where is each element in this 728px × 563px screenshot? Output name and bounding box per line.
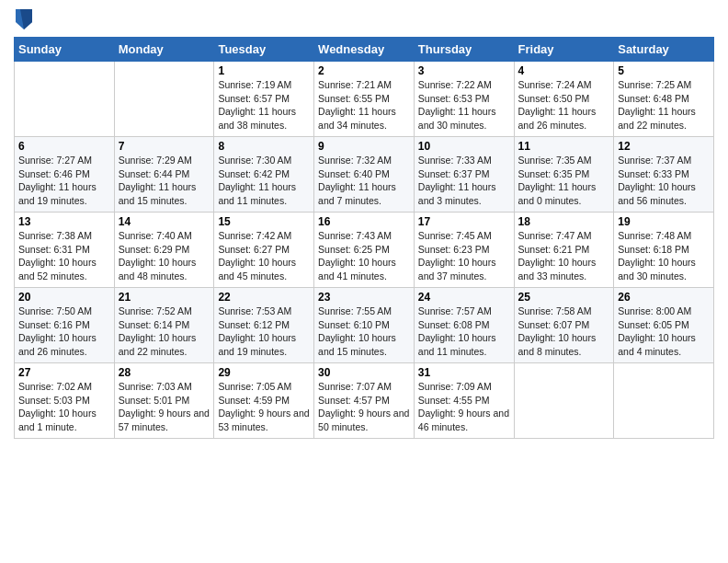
day-number: 14: [119, 215, 210, 228]
calendar-cell: 11Sunrise: 7:35 AM Sunset: 6:35 PM Dayli…: [514, 137, 614, 213]
day-number: 28: [119, 366, 210, 379]
day-number: 24: [418, 291, 510, 304]
day-info: Sunrise: 7:35 AM Sunset: 6:35 PM Dayligh…: [518, 154, 610, 208]
day-info: Sunrise: 7:42 AM Sunset: 6:27 PM Dayligh…: [218, 229, 310, 283]
day-info: Sunrise: 7:47 AM Sunset: 6:21 PM Dayligh…: [518, 229, 610, 283]
calendar-cell: [514, 363, 614, 439]
day-info: Sunrise: 7:09 AM Sunset: 4:55 PM Dayligh…: [418, 380, 510, 434]
calendar-day-header: Friday: [514, 38, 614, 62]
calendar-cell: 18Sunrise: 7:47 AM Sunset: 6:21 PM Dayli…: [514, 213, 614, 288]
day-number: 22: [218, 291, 310, 304]
day-info: Sunrise: 7:50 AM Sunset: 6:16 PM Dayligh…: [18, 304, 110, 359]
calendar-cell: 17Sunrise: 7:45 AM Sunset: 6:23 PM Dayli…: [414, 213, 514, 288]
calendar-week-row: 1Sunrise: 7:19 AM Sunset: 6:57 PM Daylig…: [15, 62, 714, 137]
day-number: 27: [18, 366, 110, 379]
day-number: 11: [518, 140, 610, 153]
day-info: Sunrise: 7:52 AM Sunset: 6:14 PM Dayligh…: [119, 304, 210, 359]
calendar-day-header: Monday: [114, 38, 214, 62]
logo: [14, 9, 32, 29]
calendar-week-row: 13Sunrise: 7:38 AM Sunset: 6:31 PM Dayli…: [15, 213, 714, 288]
page: SundayMondayTuesdayWednesdayThursdayFrid…: [0, 0, 728, 448]
calendar-day-header: Wednesday: [314, 38, 415, 62]
calendar-cell: 31Sunrise: 7:09 AM Sunset: 4:55 PM Dayli…: [414, 363, 514, 439]
calendar-cell: 25Sunrise: 7:58 AM Sunset: 6:07 PM Dayli…: [514, 288, 614, 363]
calendar-cell: [114, 62, 214, 137]
day-number: 12: [618, 140, 710, 153]
day-info: Sunrise: 7:27 AM Sunset: 6:46 PM Dayligh…: [18, 154, 110, 208]
header: [14, 9, 714, 29]
calendar-week-row: 20Sunrise: 7:50 AM Sunset: 6:16 PM Dayli…: [15, 288, 714, 363]
day-info: Sunrise: 7:55 AM Sunset: 6:10 PM Dayligh…: [318, 304, 410, 359]
day-info: Sunrise: 7:03 AM Sunset: 5:01 PM Dayligh…: [119, 380, 210, 434]
day-info: Sunrise: 7:24 AM Sunset: 6:50 PM Dayligh…: [518, 78, 610, 132]
day-number: 25: [518, 291, 610, 304]
day-number: 10: [418, 140, 510, 153]
calendar-cell: 1Sunrise: 7:19 AM Sunset: 6:57 PM Daylig…: [214, 62, 314, 137]
day-number: 9: [318, 140, 410, 153]
calendar-cell: 15Sunrise: 7:42 AM Sunset: 6:27 PM Dayli…: [214, 213, 314, 288]
day-number: 3: [418, 64, 510, 77]
calendar-week-row: 6Sunrise: 7:27 AM Sunset: 6:46 PM Daylig…: [15, 137, 714, 213]
day-info: Sunrise: 7:43 AM Sunset: 6:25 PM Dayligh…: [318, 229, 410, 283]
day-info: Sunrise: 7:38 AM Sunset: 6:31 PM Dayligh…: [18, 229, 110, 283]
calendar-cell: 26Sunrise: 8:00 AM Sunset: 6:05 PM Dayli…: [614, 288, 714, 363]
calendar-cell: 2Sunrise: 7:21 AM Sunset: 6:55 PM Daylig…: [314, 62, 415, 137]
calendar-week-row: 27Sunrise: 7:02 AM Sunset: 5:03 PM Dayli…: [15, 363, 714, 439]
day-info: Sunrise: 7:48 AM Sunset: 6:18 PM Dayligh…: [618, 229, 710, 283]
day-number: 20: [18, 291, 110, 304]
day-info: Sunrise: 7:19 AM Sunset: 6:57 PM Dayligh…: [218, 78, 310, 132]
calendar-cell: 9Sunrise: 7:32 AM Sunset: 6:40 PM Daylig…: [314, 137, 415, 213]
calendar-cell: 4Sunrise: 7:24 AM Sunset: 6:50 PM Daylig…: [514, 62, 614, 137]
day-number: 18: [518, 215, 610, 228]
day-number: 19: [618, 215, 710, 228]
day-info: Sunrise: 7:40 AM Sunset: 6:29 PM Dayligh…: [119, 229, 210, 283]
day-info: Sunrise: 7:33 AM Sunset: 6:37 PM Dayligh…: [418, 154, 510, 208]
day-info: Sunrise: 7:02 AM Sunset: 5:03 PM Dayligh…: [18, 380, 110, 434]
calendar-cell: 6Sunrise: 7:27 AM Sunset: 6:46 PM Daylig…: [15, 137, 115, 213]
calendar-cell: 27Sunrise: 7:02 AM Sunset: 5:03 PM Dayli…: [15, 363, 115, 439]
calendar-cell: 30Sunrise: 7:07 AM Sunset: 4:57 PM Dayli…: [314, 363, 415, 439]
calendar-table: SundayMondayTuesdayWednesdayThursdayFrid…: [14, 37, 714, 439]
day-number: 8: [218, 140, 310, 153]
day-info: Sunrise: 7:05 AM Sunset: 4:59 PM Dayligh…: [218, 380, 310, 434]
day-info: Sunrise: 7:07 AM Sunset: 4:57 PM Dayligh…: [318, 380, 410, 434]
calendar-cell: [614, 363, 714, 439]
day-number: 23: [318, 291, 410, 304]
day-number: 21: [119, 291, 210, 304]
calendar-cell: 19Sunrise: 7:48 AM Sunset: 6:18 PM Dayli…: [614, 213, 714, 288]
day-info: Sunrise: 7:58 AM Sunset: 6:07 PM Dayligh…: [518, 304, 610, 359]
day-info: Sunrise: 7:53 AM Sunset: 6:12 PM Dayligh…: [218, 304, 310, 359]
calendar-cell: 20Sunrise: 7:50 AM Sunset: 6:16 PM Dayli…: [15, 288, 115, 363]
day-number: 1: [218, 64, 310, 77]
day-info: Sunrise: 7:30 AM Sunset: 6:42 PM Dayligh…: [218, 154, 310, 208]
calendar-cell: 13Sunrise: 7:38 AM Sunset: 6:31 PM Dayli…: [15, 213, 115, 288]
day-number: 31: [418, 366, 510, 379]
day-number: 30: [318, 366, 410, 379]
calendar-cell: 28Sunrise: 7:03 AM Sunset: 5:01 PM Dayli…: [114, 363, 214, 439]
calendar-cell: 29Sunrise: 7:05 AM Sunset: 4:59 PM Dayli…: [214, 363, 314, 439]
calendar-header-row: SundayMondayTuesdayWednesdayThursdayFrid…: [15, 38, 714, 62]
day-number: 29: [218, 366, 310, 379]
day-number: 13: [18, 215, 110, 228]
calendar-cell: 10Sunrise: 7:33 AM Sunset: 6:37 PM Dayli…: [414, 137, 514, 213]
day-number: 4: [518, 64, 610, 77]
day-number: 7: [119, 140, 210, 153]
day-info: Sunrise: 7:29 AM Sunset: 6:44 PM Dayligh…: [119, 154, 210, 208]
day-number: 2: [318, 64, 410, 77]
day-number: 5: [618, 64, 710, 77]
calendar-day-header: Sunday: [15, 38, 115, 62]
calendar-cell: 5Sunrise: 7:25 AM Sunset: 6:48 PM Daylig…: [614, 62, 714, 137]
calendar-cell: 21Sunrise: 7:52 AM Sunset: 6:14 PM Dayli…: [114, 288, 214, 363]
calendar-cell: 3Sunrise: 7:22 AM Sunset: 6:53 PM Daylig…: [414, 62, 514, 137]
day-number: 15: [218, 215, 310, 228]
day-info: Sunrise: 8:00 AM Sunset: 6:05 PM Dayligh…: [618, 304, 710, 359]
calendar-cell: 23Sunrise: 7:55 AM Sunset: 6:10 PM Dayli…: [314, 288, 415, 363]
calendar-day-header: Saturday: [614, 38, 714, 62]
calendar-cell: [15, 62, 115, 137]
day-info: Sunrise: 7:45 AM Sunset: 6:23 PM Dayligh…: [418, 229, 510, 283]
calendar-cell: 16Sunrise: 7:43 AM Sunset: 6:25 PM Dayli…: [314, 213, 415, 288]
day-number: 16: [318, 215, 410, 228]
calendar-cell: 14Sunrise: 7:40 AM Sunset: 6:29 PM Dayli…: [114, 213, 214, 288]
calendar-cell: 8Sunrise: 7:30 AM Sunset: 6:42 PM Daylig…: [214, 137, 314, 213]
calendar-day-header: Tuesday: [214, 38, 314, 62]
